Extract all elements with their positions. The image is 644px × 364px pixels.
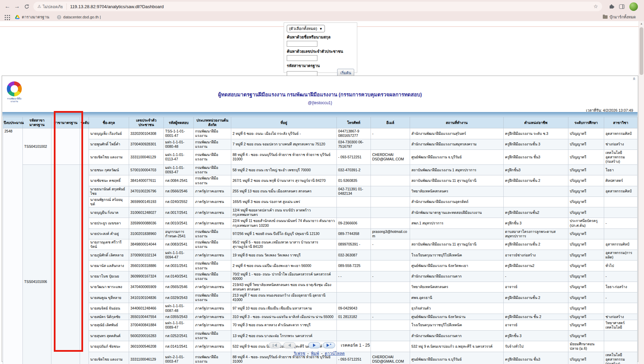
side-panel-icon[interactable] (619, 4, 625, 9)
education-cell: ปริญญาตรี (568, 196, 604, 207)
apps-grid-icon[interactable] (5, 15, 6, 16)
bookmark-star-icon[interactable]: ☆ (594, 3, 598, 10)
scrollbar-thumb[interactable] (640, 27, 643, 75)
position-cell: ครูฝึกชั้น 3 (504, 218, 568, 228)
tester-code-cell: มฝร-1-1-01-0080-48 (164, 139, 194, 149)
bookmark-label: datacenter.dsd.go.th | (63, 15, 101, 19)
email-cell (371, 250, 410, 260)
name-search-input[interactable] (287, 41, 317, 47)
browser-toolbar: ← → ⚠ ไม่ปลอดภัย 119.13.28.82:9704/analy… (0, 0, 644, 13)
vertical-scrollbar[interactable]: ▲ (639, 21, 644, 364)
citizen-id-cell: 3841400077611 (129, 175, 164, 186)
tester-code-cell: มฝร-1-1-01-0094-47 (164, 250, 194, 260)
table-row: นายสมคูณ ขุลีหลาย3410100104836กส.0329/25… (3, 292, 638, 303)
email-cell: CHERDCHAI DSD@GMAIL.COM (371, 149, 410, 164)
table-row: นายมาโนช ปุ๋ยเนย3609900167324กส.0140/254… (3, 271, 638, 282)
field-cell: ทั่วไป (604, 260, 638, 271)
security-warning-chip[interactable]: ⚠ ไม่ปลอดภัย (37, 3, 67, 10)
agency-type-cell: กรมพัฒนาฝีมือแรงงาน (194, 239, 231, 250)
forward-icon[interactable]: → (12, 2, 22, 11)
scroll-up-arrow-icon[interactable]: ▲ (639, 21, 644, 25)
first-page-button[interactable] (269, 342, 281, 348)
address-cell: 13 หมู่ที่ 2 ซอย ถนน บางมะฝ่อ โกรกพระ นค… (231, 331, 337, 341)
phone-cell (337, 292, 371, 303)
phone-cell: 0899705391 - (337, 239, 371, 250)
email-cell (371, 196, 410, 207)
field-cell: - (604, 292, 638, 303)
workplace-cell: วิทยาลัยเทคนิคสกลนคร (410, 186, 504, 196)
position-cell: ครูฝึกฝีมือแรงงานชั้น 2 (504, 175, 568, 186)
citizen-id-search-input[interactable] (287, 55, 317, 61)
phone-cell (337, 282, 371, 292)
folder-icon (603, 15, 608, 19)
tester-code-cell: กส.0083/2541 (164, 239, 194, 250)
email-cell: - (371, 128, 410, 139)
field-cell (604, 228, 638, 239)
tester-code-cell: มฝร-1-1-01-0087-48 (164, 303, 194, 314)
email-cell (371, 186, 410, 196)
extensions-puzzle-icon[interactable] (609, 4, 614, 9)
pagination-bar: * เรคคอร์ด 1 - 25 (0, 342, 639, 349)
tester-code-cell: อนุกรรมการกำหนด-2541 (164, 228, 194, 239)
position-cell (504, 303, 568, 314)
education-cell: ปริญญาตรี (568, 186, 604, 196)
education-cell: ปริญญาตรี (568, 239, 604, 250)
education-cell: ปริญญาตรี (568, 331, 604, 341)
table-row: นายเชิดไชย แดงงาม3331100046129มฝร-1-1-01… (3, 149, 638, 164)
bookmark-item-standards-table[interactable]: ตารางมาตรฐาน (15, 14, 49, 20)
column-header: สาขามาตรฐาน (51, 117, 80, 128)
education-cell: ปริญญาตรี (568, 292, 604, 303)
position-cell: อาจารย์ (504, 320, 568, 330)
field-cell: - (604, 271, 638, 282)
phone-cell: 01-5360835 (337, 175, 371, 186)
citizen-id-cell: 3320200104308 (129, 128, 164, 139)
tester-code-cell: มฝร-1-1-01-0089-47 (164, 320, 194, 330)
address-cell: 2 หมู่ที่ 6 ซอย- ถนน- เมืองไผ่ กระสัง บุ… (231, 128, 337, 139)
profile-avatar[interactable] (629, 2, 638, 11)
last-page-button[interactable]: * (323, 342, 335, 348)
previous-page-button[interactable] (283, 342, 296, 348)
download-link[interactable]: ดาวน์โหลด (325, 351, 345, 356)
education-cell: ปริญญาตรี (568, 175, 604, 186)
name-cell: นายสมัคร นิติกุลชัย (89, 314, 129, 320)
security-warning-label: ไม่ปลอดภัย (43, 3, 63, 10)
all-choices-select[interactable]: (ตัวเลือกทั้งหมด) ▼ (287, 25, 325, 32)
name-cell: นายภูมิศักดิ์ เลิศหลาย (89, 250, 129, 260)
column-header: รหัสสาขามาตรฐาน (23, 117, 51, 128)
filter-panel: (ตัวเลือกทั้งหมด) ▼ ค้นหาด้วยชื่อหรือนาม… (284, 22, 357, 73)
reload-icon[interactable] (22, 2, 31, 11)
bookmark-item-datacenter[interactable]: datacenter.dsd.go.th | (57, 15, 101, 19)
agency-type-cell: ภาครัฐ/ภาคเอกชน (194, 250, 231, 260)
name-cell: นายเชิดไชย แดงงาม (89, 149, 129, 164)
refresh-link[interactable]: ริเฟรช (294, 351, 305, 356)
field-cell: วิทยาศาสตร์เทคโนโลยี (604, 320, 638, 330)
citizen-id-cell: 3659900145193 (129, 196, 164, 207)
tester-code-cell: กส.0566/2546 (164, 186, 194, 196)
email-cell (371, 331, 410, 341)
agency-type-cell: กรมพัฒนาฝีมือแรงงาน (194, 228, 231, 239)
address-cell: 95/2 หมู่ที่ 5 - ซอย ถนนค.เหมืองทวด นาสา… (231, 239, 337, 250)
collapse-section-icon[interactable]: « (631, 77, 637, 80)
back-icon[interactable]: ← (3, 2, 12, 11)
address-bar[interactable]: ⚠ ไม่ปลอดภัย 119.13.28.82:9704/analytics… (33, 2, 602, 11)
agency-type-cell: กรมพัฒนาฝีมือแรงงาน (194, 271, 231, 282)
address-cell: 219/43 หมู่ที่ วิทยาลัยเทคนิคสกลนคร ซอย … (231, 282, 337, 292)
print-link[interactable]: พิมพ์ (311, 351, 319, 356)
email-cell: - (371, 314, 410, 320)
phone-cell: 01 2813182 (337, 314, 371, 320)
phone-cell (337, 320, 371, 330)
agency-type-cell: ภาครัฐ/ภาคเอกชน (194, 186, 231, 196)
position-cell: ครูฝึกชั้น 3 (504, 331, 568, 341)
next-page-button[interactable] (308, 342, 320, 348)
position-cell: อาจารย์ช่างก่อสร้าง (504, 250, 568, 260)
position-cell (504, 196, 568, 207)
all-bookmarks-button[interactable]: บุ๊กมาร์กทั้งหมด (603, 14, 641, 20)
globe-icon (57, 15, 61, 19)
phone-cell: 089-558-7225 (337, 260, 371, 271)
table-row: นายสุณัย์ เลิศพันธ์3700400841884มฝร-1-1-… (3, 320, 638, 330)
agency-type-cell: ภาครัฐ/ภาคเอกชน (194, 282, 231, 292)
phone-cell: 042-711391 01-0482134 (337, 186, 371, 196)
email-cell (371, 282, 410, 292)
phone-cell: 09-0429043 (337, 303, 371, 314)
workplace-cell: ศูนย์พัฒนาฝีมือแรงงาน จังหวัดพะเยา (410, 260, 504, 271)
